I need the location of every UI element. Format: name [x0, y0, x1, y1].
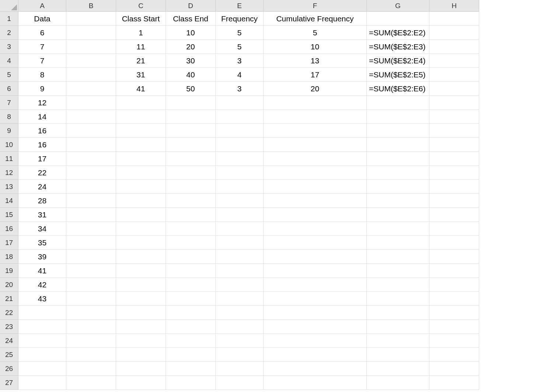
cell-H1[interactable] — [429, 12, 479, 26]
cell-G17[interactable] — [367, 236, 429, 250]
row-header-14[interactable]: 14 — [0, 194, 18, 208]
cell-C7[interactable] — [116, 96, 166, 110]
cell-G5[interactable]: =SUM($E$2:E5) — [367, 68, 429, 82]
cell-H7[interactable] — [429, 96, 479, 110]
cell-F5[interactable]: 17 — [264, 68, 367, 82]
cell-G2[interactable]: =SUM($E$2:E2) — [367, 26, 429, 40]
cell-F6[interactable]: 20 — [264, 82, 367, 96]
cell-B19[interactable] — [66, 264, 116, 278]
cell-C25[interactable] — [116, 348, 166, 362]
cell-E6[interactable]: 3 — [216, 82, 264, 96]
cell-E13[interactable] — [216, 180, 264, 194]
cell-C23[interactable] — [116, 320, 166, 334]
cell-F11[interactable] — [264, 152, 367, 166]
cell-F16[interactable] — [264, 222, 367, 236]
cell-B18[interactable] — [66, 250, 116, 264]
column-header-C[interactable]: C — [116, 0, 166, 12]
cell-F14[interactable] — [264, 194, 367, 208]
cell-B26[interactable] — [66, 362, 116, 376]
cell-A20[interactable]: 42 — [18, 278, 66, 292]
cell-A13[interactable]: 24 — [18, 180, 66, 194]
cell-G8[interactable] — [367, 110, 429, 124]
column-header-F[interactable]: F — [264, 0, 367, 12]
cell-D22[interactable] — [166, 306, 216, 320]
cell-A24[interactable] — [18, 334, 66, 348]
cell-H23[interactable] — [429, 320, 479, 334]
cell-C9[interactable] — [116, 124, 166, 138]
cell-A25[interactable] — [18, 348, 66, 362]
cell-F1[interactable]: Cumulative Frequency — [264, 12, 367, 26]
cell-C14[interactable] — [116, 194, 166, 208]
cell-H25[interactable] — [429, 348, 479, 362]
row-header-19[interactable]: 19 — [0, 264, 18, 278]
cell-A10[interactable]: 16 — [18, 138, 66, 152]
cell-C21[interactable] — [116, 292, 166, 306]
cell-A16[interactable]: 34 — [18, 222, 66, 236]
cell-B15[interactable] — [66, 208, 116, 222]
cell-E23[interactable] — [216, 320, 264, 334]
cell-E19[interactable] — [216, 264, 264, 278]
cell-C27[interactable] — [116, 376, 166, 390]
cell-D27[interactable] — [166, 376, 216, 390]
row-header-7[interactable]: 7 — [0, 96, 18, 110]
cell-B3[interactable] — [66, 40, 116, 54]
row-header-18[interactable]: 18 — [0, 250, 18, 264]
cell-G1[interactable] — [367, 12, 429, 26]
cell-E17[interactable] — [216, 236, 264, 250]
cell-E4[interactable]: 3 — [216, 54, 264, 68]
cell-E15[interactable] — [216, 208, 264, 222]
cell-G10[interactable] — [367, 138, 429, 152]
cell-F21[interactable] — [264, 292, 367, 306]
cell-F20[interactable] — [264, 278, 367, 292]
cell-G3[interactable]: =SUM($E$2:E3) — [367, 40, 429, 54]
row-header-5[interactable]: 5 — [0, 68, 18, 82]
cell-E21[interactable] — [216, 292, 264, 306]
cell-B4[interactable] — [66, 54, 116, 68]
cell-A4[interactable]: 7 — [18, 54, 66, 68]
row-header-12[interactable]: 12 — [0, 166, 18, 180]
row-header-24[interactable]: 24 — [0, 334, 18, 348]
cell-A11[interactable]: 17 — [18, 152, 66, 166]
column-header-E[interactable]: E — [216, 0, 264, 12]
cell-A1[interactable]: Data — [18, 12, 66, 26]
cell-H18[interactable] — [429, 250, 479, 264]
cell-G16[interactable] — [367, 222, 429, 236]
cell-F12[interactable] — [264, 166, 367, 180]
cell-G22[interactable] — [367, 306, 429, 320]
row-header-10[interactable]: 10 — [0, 138, 18, 152]
cell-E14[interactable] — [216, 194, 264, 208]
cell-B9[interactable] — [66, 124, 116, 138]
cell-F19[interactable] — [264, 264, 367, 278]
cell-C20[interactable] — [116, 278, 166, 292]
cell-C24[interactable] — [116, 334, 166, 348]
row-header-23[interactable]: 23 — [0, 320, 18, 334]
cell-D13[interactable] — [166, 180, 216, 194]
cell-A8[interactable]: 14 — [18, 110, 66, 124]
cell-D7[interactable] — [166, 96, 216, 110]
cell-D15[interactable] — [166, 208, 216, 222]
cell-G19[interactable] — [367, 264, 429, 278]
column-header-B[interactable]: B — [66, 0, 116, 12]
cell-A6[interactable]: 9 — [18, 82, 66, 96]
cell-E11[interactable] — [216, 152, 264, 166]
cell-G4[interactable]: =SUM($E$2:E4) — [367, 54, 429, 68]
cell-G27[interactable] — [367, 376, 429, 390]
cell-F23[interactable] — [264, 320, 367, 334]
cell-B23[interactable] — [66, 320, 116, 334]
cell-C6[interactable]: 41 — [116, 82, 166, 96]
cell-H2[interactable] — [429, 26, 479, 40]
cell-G26[interactable] — [367, 362, 429, 376]
cell-D19[interactable] — [166, 264, 216, 278]
cell-A5[interactable]: 8 — [18, 68, 66, 82]
cell-C4[interactable]: 21 — [116, 54, 166, 68]
cell-A27[interactable] — [18, 376, 66, 390]
cell-G25[interactable] — [367, 348, 429, 362]
cell-G18[interactable] — [367, 250, 429, 264]
cell-F13[interactable] — [264, 180, 367, 194]
cell-D18[interactable] — [166, 250, 216, 264]
column-header-A[interactable]: A — [18, 0, 66, 12]
cell-G13[interactable] — [367, 180, 429, 194]
cell-C1[interactable]: Class Start — [116, 12, 166, 26]
cell-G7[interactable] — [367, 96, 429, 110]
cell-D12[interactable] — [166, 166, 216, 180]
